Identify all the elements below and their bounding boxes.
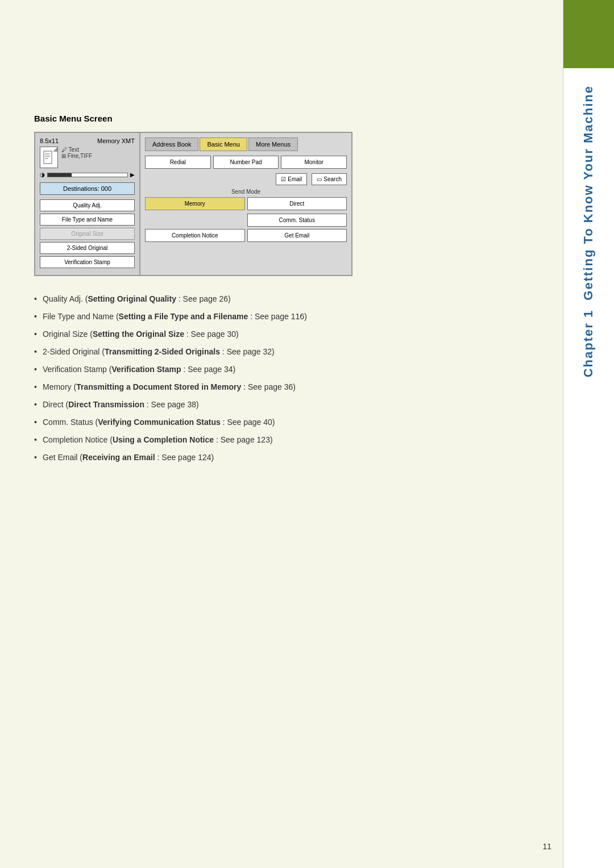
mode-label: Memory XMT <box>97 137 135 144</box>
search-monitor-icon: ▭ <box>317 176 322 182</box>
list-item: Direct (Direct Transmission : See page 3… <box>34 399 540 411</box>
number-pad-button[interactable]: Number Pad <box>213 156 279 169</box>
list-item: Verification Stamp (Verification Stamp :… <box>34 364 540 375</box>
main-content: Basic Menu Screen 8.5x11 Memory XMT <box>34 114 540 469</box>
redial-button[interactable]: Redial <box>145 156 211 169</box>
list-item: File Type and Name (Setting a File Type … <box>34 311 540 323</box>
search-button[interactable]: ▭ Search <box>312 173 347 185</box>
comm-row: Comm. Status <box>145 214 347 227</box>
original-size-button[interactable]: Original Size <box>40 228 135 240</box>
file-type-button[interactable]: File Type and Name <box>40 214 135 226</box>
doc-icon <box>40 147 58 168</box>
list-item: Memory (Transmitting a Document Stored i… <box>34 381 540 393</box>
section-title: Basic Menu Screen <box>34 114 540 123</box>
doc-quality: ⊞ Fine,TIFF <box>61 153 92 159</box>
list-item: Original Size (Setting the Original Size… <box>34 328 540 340</box>
comm-status-button[interactable]: Comm. Status <box>247 214 347 227</box>
email-search-row: ☑ Email ▭ Search <box>145 173 347 185</box>
list-item: Quality Adj. (Setting Original Quality :… <box>34 293 540 305</box>
list-item: Get Email (Receiving an Email : See page… <box>34 452 540 464</box>
tab-basic-menu[interactable]: Basic Menu <box>200 137 247 151</box>
list-item: Comm. Status (Verifying Communication St… <box>34 416 540 428</box>
quality-adj-button[interactable]: Quality Adj. <box>40 199 135 211</box>
tab-address-book[interactable]: Address Book <box>145 137 198 151</box>
doc-info: 🖊 Text ⊞ Fine,TIFF <box>61 147 92 159</box>
destinations-button[interactable]: Destinations: 000 <box>40 182 135 195</box>
page-number: 11 <box>542 842 551 851</box>
buttons-grid-row1: Redial Number Pad Monitor <box>145 156 347 169</box>
get-email-button[interactable]: Get Email <box>247 229 347 242</box>
send-mode-label: Send Mode <box>145 189 347 195</box>
tabs-row: Address Book Basic Menu More Menus <box>145 137 347 151</box>
machine-ui-screenshot: 8.5x11 Memory XMT 🖊 Text ⊞ F <box>34 132 352 276</box>
progress-bar <box>47 173 128 177</box>
progress-fill <box>48 173 72 177</box>
right-panel: Address Book Basic Menu More Menus Redia… <box>140 133 351 275</box>
email-button[interactable]: ☑ Email <box>276 173 307 185</box>
svg-rect-0 <box>44 151 52 164</box>
monitor-button[interactable]: Monitor <box>281 156 347 169</box>
email-label: Email <box>288 176 302 182</box>
left-panel: 8.5x11 Memory XMT 🖊 Text ⊞ F <box>35 133 140 275</box>
contrast-icon: ◑ <box>40 172 45 178</box>
list-item: 2-Sided Original (Transmitting 2-Sided O… <box>34 346 540 358</box>
list-item: Completion Notice (Using a Completion No… <box>34 434 540 446</box>
right-sidebar: Chapter 1 Getting To Know Your Machine <box>563 0 614 868</box>
direct-button[interactable]: Direct <box>247 197 347 210</box>
verification-stamp-button[interactable]: Verification Stamp <box>40 256 135 268</box>
completion-row: Completion Notice Get Email <box>145 229 347 242</box>
two-sided-button[interactable]: 2-Sided Original <box>40 242 135 254</box>
progress-bar-area: ◑ ▶ <box>40 172 135 178</box>
search-label: Search <box>323 176 342 182</box>
sidebar-accent <box>563 0 614 68</box>
memory-button[interactable]: Memory <box>145 197 245 210</box>
doc-icon-area: 🖊 Text ⊞ Fine,TIFF <box>40 147 135 168</box>
status-row: 8.5x11 Memory XMT <box>40 137 135 144</box>
email-checkbox-icon: ☑ <box>281 176 286 182</box>
send-mode-row: Memory Direct <box>145 197 347 210</box>
completion-notice-button[interactable]: Completion Notice <box>145 229 245 242</box>
arrow-icon: ▶ <box>130 172 135 178</box>
doc-text: 🖊 Text <box>61 147 92 153</box>
size-label: 8.5x11 <box>40 137 59 144</box>
tab-more-menus[interactable]: More Menus <box>248 137 298 151</box>
bullet-list: Quality Adj. (Setting Original Quality :… <box>34 293 540 464</box>
chapter-label: Chapter 1 Getting To Know Your Machine <box>580 85 597 377</box>
